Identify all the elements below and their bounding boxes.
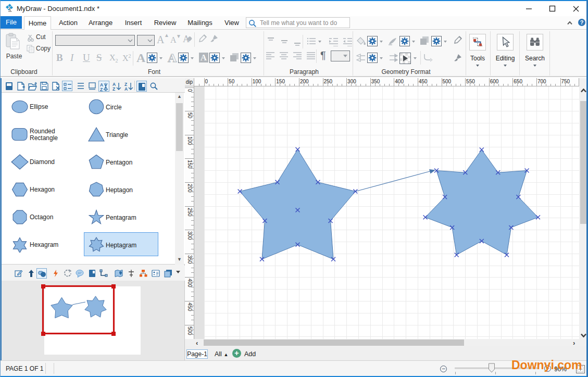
svg-text:Z: Z [112,86,115,91]
svg-text:Z: Z [100,87,103,92]
svg-text:A: A [124,86,128,91]
